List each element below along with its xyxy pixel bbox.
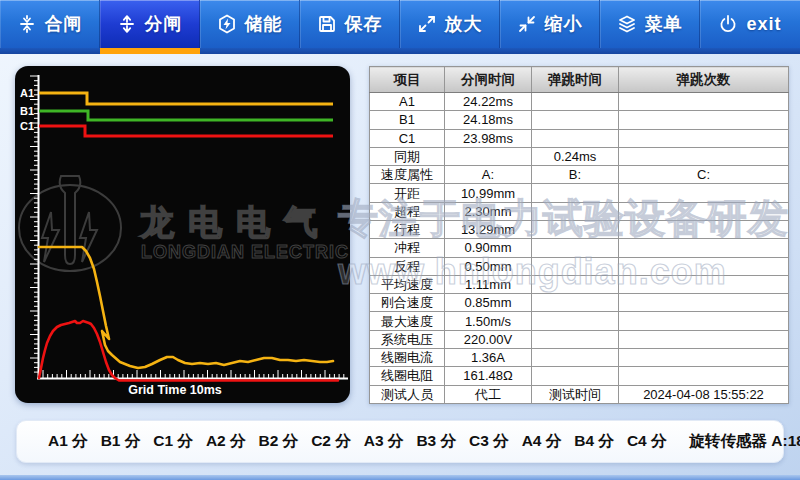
- tab-zoom-in[interactable]: 放大: [400, 0, 500, 54]
- save-icon: [317, 14, 337, 34]
- row-value: [532, 330, 619, 348]
- tab-menu[interactable]: 菜单: [600, 0, 700, 54]
- table-row: 系统电压220.00V: [370, 330, 789, 348]
- row-value: 24.22ms: [445, 93, 532, 111]
- tab-close[interactable]: 合闸: [0, 0, 100, 54]
- current-curve: [39, 321, 338, 381]
- row-value: [532, 257, 619, 275]
- table-row: 同期0.24ms: [370, 147, 789, 165]
- row-value: 1.11mm: [445, 275, 532, 293]
- open-arrows-icon: [117, 14, 137, 34]
- row-item-label: A1: [370, 93, 445, 111]
- row-value: [619, 257, 789, 275]
- table-row: A124.22ms: [370, 93, 789, 111]
- row-value: C:: [619, 166, 789, 184]
- row-value: [619, 312, 789, 330]
- row-item-label: 开距: [370, 184, 445, 202]
- row-value: [532, 275, 619, 293]
- close-arrows-icon: [17, 14, 37, 34]
- status-item: C3 分: [469, 431, 509, 452]
- row-item-label: 冲程: [370, 239, 445, 257]
- row-value: [532, 294, 619, 312]
- row-value: 0.90mm: [445, 239, 532, 257]
- column-header: 分闸时间: [445, 67, 532, 93]
- row-value: 2.30mm: [445, 202, 532, 220]
- logo-watermark-subtext: LONGDIAN ELECTRIC: [141, 242, 349, 262]
- row-value: 0.50mm: [445, 257, 532, 275]
- table-row: 反程0.50mm: [370, 257, 789, 275]
- tab-zoom-out[interactable]: 缩小: [500, 0, 600, 54]
- row-value: [619, 348, 789, 366]
- row-item-label: 系统电压: [370, 330, 445, 348]
- row-value: 161.48Ω: [445, 367, 532, 385]
- row-value: 测试时间: [532, 385, 619, 404]
- table-row: B124.18ms: [370, 111, 789, 129]
- column-header: 弹跳时间: [532, 67, 619, 93]
- row-value: 24.18ms: [445, 111, 532, 129]
- tab-label: 合闸: [45, 12, 83, 36]
- row-value: 0.24ms: [532, 147, 619, 165]
- row-item-label: B1: [370, 111, 445, 129]
- tab-exit[interactable]: exit: [700, 0, 800, 54]
- tab-energy-storage[interactable]: 储能: [200, 0, 300, 54]
- status-item: C1 分: [153, 431, 193, 452]
- row-value: 23.98ms: [445, 129, 532, 147]
- row-item-label: 超程: [370, 202, 445, 220]
- row-item-label: 刚合速度: [370, 294, 445, 312]
- row-value: 10.99mm: [445, 184, 532, 202]
- row-value: 13.29mm: [445, 220, 532, 238]
- row-value: 1.36A: [445, 348, 532, 366]
- row-value: 2024-04-08 15:55:22: [619, 385, 789, 404]
- table-row: 最大速度1.50m/s: [370, 312, 789, 330]
- row-value: [619, 330, 789, 348]
- table-row: 平均速度1.11mm: [370, 275, 789, 293]
- status-item: A1 分: [48, 431, 88, 452]
- travel-curve: [39, 247, 333, 368]
- status-item: C2 分: [311, 431, 351, 452]
- exit-icon: [718, 14, 738, 34]
- channel-label: C1: [20, 120, 34, 132]
- row-value: B:: [532, 166, 619, 184]
- tab-save[interactable]: 保存: [300, 0, 400, 54]
- longdian-logo-watermark: [19, 176, 121, 271]
- tab-open[interactable]: 分闸: [100, 0, 200, 54]
- row-value: [619, 129, 789, 147]
- trace-c1: [39, 126, 333, 136]
- row-value: [532, 239, 619, 257]
- status-item: A3 分: [364, 431, 404, 452]
- status-item: C4 分: [627, 431, 667, 452]
- table-row: 行程13.29mm: [370, 220, 789, 238]
- zoom-out-icon: [517, 14, 537, 34]
- row-item-label: 线圈电流: [370, 348, 445, 366]
- table-row: 速度属性A:B:C:: [370, 166, 789, 184]
- logo-watermark-text: 龙电电气: [139, 203, 332, 241]
- channel-label: B1: [20, 105, 34, 117]
- status-item: B1 分: [101, 431, 141, 452]
- row-item-label: 行程: [370, 220, 445, 238]
- row-value: [532, 111, 619, 129]
- tab-underline: [100, 48, 200, 54]
- row-item-label: 最大速度: [370, 312, 445, 330]
- row-value: 220.00V: [445, 330, 532, 348]
- table-row: 开距10.99mm: [370, 184, 789, 202]
- row-item-label: 同期: [370, 147, 445, 165]
- row-value: 1.50m/s: [445, 312, 532, 330]
- table-header-row: 项目分闸时间弹跳时间弹跳次数: [370, 67, 789, 93]
- column-header: 弹跳次数: [619, 67, 789, 93]
- table-row: 测试人员代工测试时间2024-04-08 15:55:22: [370, 385, 789, 404]
- row-value: A:: [445, 166, 532, 184]
- zoom-in-icon: [417, 14, 437, 34]
- row-value: [532, 367, 619, 385]
- row-item-label: C1: [370, 129, 445, 147]
- row-item-label: 平均速度: [370, 275, 445, 293]
- row-item-label: 线圈电阻: [370, 367, 445, 385]
- table-row: C123.98ms: [370, 129, 789, 147]
- tab-underline: [200, 48, 300, 54]
- table-row: 冲程0.90mm: [370, 239, 789, 257]
- tab-underline: [600, 48, 700, 54]
- status-item: B4 分: [574, 431, 614, 452]
- tab-label: exit: [746, 14, 781, 35]
- row-value: [445, 147, 532, 165]
- status-item: B2 分: [259, 431, 299, 452]
- tab-label: 保存: [345, 12, 383, 36]
